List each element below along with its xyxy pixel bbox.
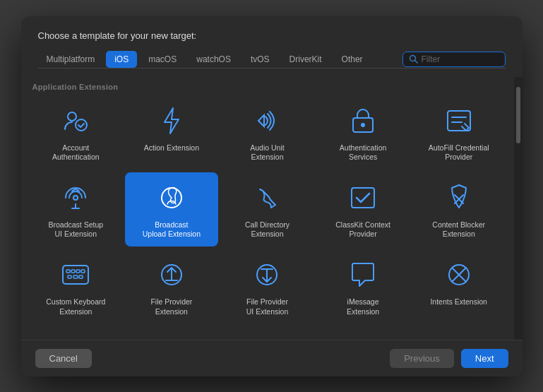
action-ext-label: Action Extension [144,143,199,153]
item-custom-keyboard[interactable]: Custom KeyboardExtension [30,249,123,323]
section-label: Application Extension [30,77,506,95]
item-broadcast-upload[interactable]: BroadcastUpload Extension [125,172,218,247]
action-ext-icon [155,104,189,138]
tab-macos[interactable]: macOS [140,51,185,68]
item-auth-services[interactable]: AuthenticationServices [316,95,410,170]
imessage-label: iMessageExtension [347,297,379,316]
next-button[interactable]: Next [461,349,508,368]
dialog-body: Application Extension AccountAuthenticat… [21,77,523,340]
item-file-provider[interactable]: File ProviderExtension [125,249,218,323]
autofill-icon [442,104,476,138]
svg-point-10 [73,196,78,200]
autofill-label: AutoFill CredentialProvider [429,143,489,162]
svg-marker-4 [165,108,179,133]
items-grid: AccountAuthentication Action Extension [30,95,506,340]
scrollbar[interactable] [514,77,523,340]
more1-icon [59,335,93,339]
item-action-ext[interactable]: Action Extension [125,95,218,170]
svg-point-3 [76,119,87,131]
tab-bar: Multiplatform iOS macOS watchOS tvOS Dri… [38,51,506,69]
svg-rect-12 [352,188,374,208]
svg-rect-19 [73,275,78,278]
file-provider-label: File ProviderExtension [150,297,192,316]
account-auth-icon [59,104,93,138]
file-provider-ui-icon [250,258,284,292]
svg-rect-17 [81,270,85,273]
audio-unit-label: Audio UnitExtension [250,143,284,162]
template-dialog: Choose a template for your new target: M… [21,16,523,376]
content-blocker-label: Content BlockerExtension [432,220,485,239]
tab-other[interactable]: Other [333,51,371,68]
broadcast-setup-icon [59,181,93,215]
content-blocker-icon [442,181,476,215]
more4-icon [346,335,380,339]
item-imessage[interactable]: iMessageExtension [316,249,410,323]
scrollbar-thumb [516,87,520,143]
tab-driverkit[interactable]: DriverKit [281,51,330,68]
item-more5[interactable] [412,326,506,339]
file-provider-ui-label: File ProviderUI Extension [246,297,289,316]
dialog-title: Choose a template for your new target: [38,30,506,41]
svg-rect-16 [76,270,80,273]
tab-ios[interactable]: iOS [106,51,137,68]
dialog-footer: Cancel Previous Next [21,340,523,376]
item-account-auth[interactable]: AccountAuthentication [30,95,123,170]
audio-unit-icon [250,104,284,138]
item-audio-unit[interactable]: Audio UnitExtension [221,95,314,170]
svg-line-1 [414,61,417,64]
svg-point-2 [68,112,76,121]
svg-rect-7 [448,111,470,131]
svg-rect-13 [63,266,88,284]
svg-rect-14 [66,270,70,273]
broadcast-setup-label: Broadcast SetupUI Extension [48,220,103,239]
svg-rect-15 [71,270,75,273]
tab-multiplatform[interactable]: Multiplatform [38,51,104,68]
item-call-directory[interactable]: Call DirectoryExtension [221,172,314,247]
filter-input[interactable] [422,54,499,64]
search-icon [409,54,418,64]
previous-button[interactable]: Previous [390,349,454,368]
call-directory-label: Call DirectoryExtension [245,220,290,239]
cancel-button[interactable]: Cancel [35,349,92,368]
item-content-blocker[interactable]: Content BlockerExtension [412,172,506,247]
item-more2[interactable] [125,326,218,339]
content-area: Application Extension AccountAuthenticat… [21,77,514,340]
auth-services-icon [346,104,380,138]
more5-icon [442,335,476,339]
broadcast-upload-label: BroadcastUpload Extension [143,220,201,239]
file-provider-icon [155,258,189,292]
item-more1[interactable] [30,326,123,339]
tab-watchos[interactable]: watchOS [188,51,239,68]
intents-icon [442,258,476,292]
item-autofill[interactable]: AutoFill CredentialProvider [412,95,506,170]
item-more4[interactable] [316,326,410,339]
classkit-label: ClassKit ContextProvider [335,220,390,239]
item-more3[interactable] [221,326,314,339]
imessage-icon [346,258,380,292]
custom-keyboard-icon [59,258,93,292]
svg-rect-20 [79,275,83,278]
item-broadcast-setup[interactable]: Broadcast SetupUI Extension [30,172,123,247]
footer-right: Previous Next [390,349,508,368]
classkit-icon [346,181,380,215]
dialog-header: Choose a template for your new target: M… [21,16,523,77]
call-directory-icon [250,181,284,215]
item-file-provider-ui[interactable]: File ProviderUI Extension [221,249,314,323]
account-auth-label: AccountAuthentication [52,143,100,162]
item-classkit[interactable]: ClassKit ContextProvider [316,172,410,247]
item-intents[interactable]: Intents Extension [412,249,506,323]
tab-tvos[interactable]: tvOS [242,51,278,68]
auth-services-label: AuthenticationServices [340,143,387,162]
more2-icon [155,335,189,339]
filter-area [402,52,506,67]
intents-label: Intents Extension [430,297,487,307]
custom-keyboard-label: Custom KeyboardExtension [46,297,105,316]
more3-icon [250,335,284,339]
filter-input-wrapper [402,52,506,67]
svg-rect-18 [68,275,71,278]
broadcast-upload-icon [155,181,189,215]
svg-point-6 [361,123,365,127]
